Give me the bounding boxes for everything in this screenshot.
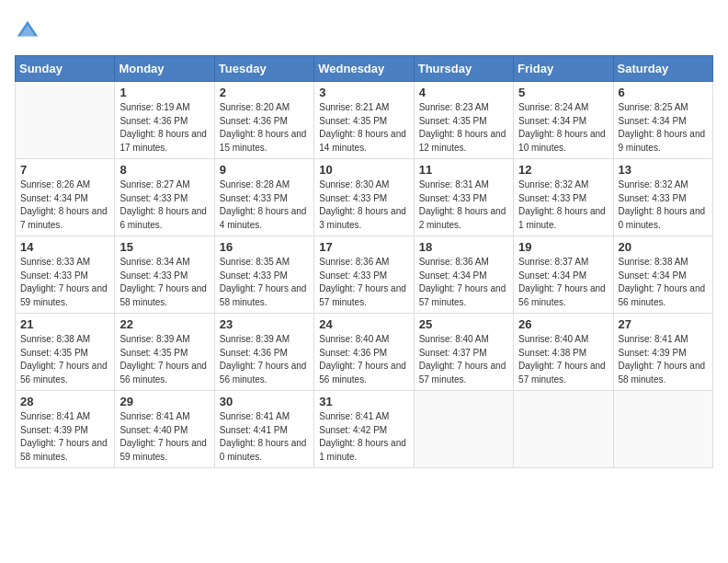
day-detail: Sunrise: 8:32 AMSunset: 4:33 PMDaylight:… <box>619 178 708 232</box>
calendar-day-cell: 25Sunrise: 8:40 AMSunset: 4:37 PMDayligh… <box>414 314 513 391</box>
calendar-day-header: Saturday <box>613 56 712 82</box>
calendar-day-cell: 28Sunrise: 8:41 AMSunset: 4:39 PMDayligh… <box>16 391 115 468</box>
day-detail: Sunrise: 8:19 AMSunset: 4:36 PMDaylight:… <box>119 101 209 155</box>
day-detail: Sunrise: 8:37 AMSunset: 4:34 PMDaylight:… <box>518 256 608 309</box>
day-detail: Sunrise: 8:32 AMSunset: 4:33 PMDaylight:… <box>518 178 608 232</box>
day-number: 17 <box>319 240 408 254</box>
calendar-day-cell: 2Sunrise: 8:20 AMSunset: 4:36 PMDaylight… <box>214 82 313 159</box>
calendar-day-cell: 26Sunrise: 8:40 AMSunset: 4:38 PMDayligh… <box>514 314 613 391</box>
day-number: 20 <box>619 240 708 254</box>
day-detail: Sunrise: 8:41 AMSunset: 4:40 PMDaylight:… <box>119 410 209 464</box>
day-number: 19 <box>518 240 608 254</box>
day-number: 6 <box>619 86 708 99</box>
calendar-day-cell: 23Sunrise: 8:39 AMSunset: 4:36 PMDayligh… <box>214 314 313 391</box>
calendar-day-header: Sunday <box>16 56 115 82</box>
day-detail: Sunrise: 8:40 AMSunset: 4:37 PMDaylight:… <box>419 333 508 386</box>
day-detail: Sunrise: 8:21 AMSunset: 4:35 PMDaylight:… <box>319 101 408 155</box>
calendar-day-cell <box>16 82 115 159</box>
day-number: 28 <box>20 395 109 408</box>
day-detail: Sunrise: 8:36 AMSunset: 4:34 PMDaylight:… <box>419 256 508 309</box>
calendar-week-row: 7Sunrise: 8:26 AMSunset: 4:34 PMDaylight… <box>16 159 713 236</box>
calendar-day-cell: 18Sunrise: 8:36 AMSunset: 4:34 PMDayligh… <box>414 236 513 314</box>
day-detail: Sunrise: 8:39 AMSunset: 4:36 PMDaylight:… <box>220 333 309 386</box>
day-number: 9 <box>220 163 309 177</box>
calendar-day-cell: 24Sunrise: 8:40 AMSunset: 4:36 PMDayligh… <box>314 314 414 391</box>
calendar-day-cell: 12Sunrise: 8:32 AMSunset: 4:33 PMDayligh… <box>514 159 613 236</box>
day-number: 3 <box>319 86 408 99</box>
day-detail: Sunrise: 8:41 AMSunset: 4:39 PMDaylight:… <box>20 410 109 464</box>
day-number: 4 <box>419 86 508 99</box>
day-detail: Sunrise: 8:30 AMSunset: 4:33 PMDaylight:… <box>319 178 408 232</box>
calendar-day-cell: 5Sunrise: 8:24 AMSunset: 4:34 PMDaylight… <box>514 82 613 159</box>
calendar-table: SundayMondayTuesdayWednesdayThursdayFrid… <box>15 55 713 468</box>
day-number: 16 <box>220 240 309 254</box>
calendar-week-row: 1Sunrise: 8:19 AMSunset: 4:36 PMDaylight… <box>16 82 713 159</box>
day-number: 11 <box>419 163 508 177</box>
calendar-day-header: Wednesday <box>314 56 414 82</box>
calendar-day-cell: 9Sunrise: 8:28 AMSunset: 4:33 PMDaylight… <box>214 159 313 236</box>
calendar-day-cell: 8Sunrise: 8:27 AMSunset: 4:33 PMDaylight… <box>115 159 214 236</box>
day-detail: Sunrise: 8:24 AMSunset: 4:34 PMDaylight:… <box>518 101 608 155</box>
day-number: 7 <box>20 163 109 177</box>
calendar-day-cell: 16Sunrise: 8:35 AMSunset: 4:33 PMDayligh… <box>214 236 313 314</box>
day-number: 31 <box>319 395 408 408</box>
day-number: 26 <box>518 317 608 331</box>
calendar-week-row: 14Sunrise: 8:33 AMSunset: 4:33 PMDayligh… <box>16 236 713 314</box>
calendar-day-cell: 21Sunrise: 8:38 AMSunset: 4:35 PMDayligh… <box>16 314 115 391</box>
day-detail: Sunrise: 8:36 AMSunset: 4:33 PMDaylight:… <box>319 256 408 309</box>
calendar-day-cell <box>514 391 613 468</box>
day-number: 1 <box>119 86 209 99</box>
calendar-day-cell: 15Sunrise: 8:34 AMSunset: 4:33 PMDayligh… <box>115 236 214 314</box>
day-detail: Sunrise: 8:26 AMSunset: 4:34 PMDaylight:… <box>20 178 109 232</box>
day-number: 15 <box>119 240 209 254</box>
day-number: 29 <box>119 395 209 408</box>
day-detail: Sunrise: 8:41 AMSunset: 4:42 PMDaylight:… <box>319 410 408 464</box>
day-number: 2 <box>220 86 309 99</box>
logo <box>15 18 44 44</box>
day-detail: Sunrise: 8:41 AMSunset: 4:41 PMDaylight:… <box>220 410 309 464</box>
calendar-day-cell: 6Sunrise: 8:25 AMSunset: 4:34 PMDaylight… <box>613 82 712 159</box>
calendar-day-cell: 7Sunrise: 8:26 AMSunset: 4:34 PMDaylight… <box>16 159 115 236</box>
day-detail: Sunrise: 8:39 AMSunset: 4:35 PMDaylight:… <box>119 333 209 386</box>
calendar-day-cell: 31Sunrise: 8:41 AMSunset: 4:42 PMDayligh… <box>314 391 414 468</box>
day-number: 10 <box>319 163 408 177</box>
calendar-day-header: Tuesday <box>214 56 313 82</box>
calendar-day-cell: 11Sunrise: 8:31 AMSunset: 4:33 PMDayligh… <box>414 159 513 236</box>
calendar-day-cell <box>414 391 513 468</box>
day-detail: Sunrise: 8:38 AMSunset: 4:34 PMDaylight:… <box>619 256 708 309</box>
day-number: 25 <box>419 317 508 331</box>
calendar-day-cell: 27Sunrise: 8:41 AMSunset: 4:39 PMDayligh… <box>613 314 712 391</box>
day-number: 8 <box>119 163 209 177</box>
day-detail: Sunrise: 8:23 AMSunset: 4:35 PMDaylight:… <box>419 101 508 155</box>
calendar-day-cell: 29Sunrise: 8:41 AMSunset: 4:40 PMDayligh… <box>115 391 214 468</box>
calendar-day-cell <box>613 391 712 468</box>
calendar-day-cell: 3Sunrise: 8:21 AMSunset: 4:35 PMDaylight… <box>314 82 414 159</box>
calendar-day-cell: 13Sunrise: 8:32 AMSunset: 4:33 PMDayligh… <box>613 159 712 236</box>
logo-icon <box>15 18 40 44</box>
day-detail: Sunrise: 8:35 AMSunset: 4:33 PMDaylight:… <box>220 256 309 309</box>
day-number: 13 <box>619 163 708 177</box>
day-detail: Sunrise: 8:41 AMSunset: 4:39 PMDaylight:… <box>619 333 708 386</box>
calendar-day-header: Thursday <box>414 56 513 82</box>
page-header <box>15 15 713 44</box>
day-number: 5 <box>518 86 608 99</box>
calendar-day-cell: 4Sunrise: 8:23 AMSunset: 4:35 PMDaylight… <box>414 82 513 159</box>
day-detail: Sunrise: 8:33 AMSunset: 4:33 PMDaylight:… <box>20 256 109 309</box>
day-detail: Sunrise: 8:40 AMSunset: 4:38 PMDaylight:… <box>518 333 608 386</box>
day-number: 14 <box>20 240 109 254</box>
day-detail: Sunrise: 8:25 AMSunset: 4:34 PMDaylight:… <box>619 101 708 155</box>
day-detail: Sunrise: 8:34 AMSunset: 4:33 PMDaylight:… <box>119 256 209 309</box>
day-number: 12 <box>518 163 608 177</box>
day-detail: Sunrise: 8:40 AMSunset: 4:36 PMDaylight:… <box>319 333 408 386</box>
calendar-day-cell: 22Sunrise: 8:39 AMSunset: 4:35 PMDayligh… <box>115 314 214 391</box>
day-number: 21 <box>20 317 109 331</box>
calendar-day-cell: 14Sunrise: 8:33 AMSunset: 4:33 PMDayligh… <box>16 236 115 314</box>
calendar-day-cell: 19Sunrise: 8:37 AMSunset: 4:34 PMDayligh… <box>514 236 613 314</box>
calendar-day-cell: 20Sunrise: 8:38 AMSunset: 4:34 PMDayligh… <box>613 236 712 314</box>
day-detail: Sunrise: 8:20 AMSunset: 4:36 PMDaylight:… <box>220 101 309 155</box>
day-number: 22 <box>119 317 209 331</box>
calendar-day-cell: 10Sunrise: 8:30 AMSunset: 4:33 PMDayligh… <box>314 159 414 236</box>
day-detail: Sunrise: 8:38 AMSunset: 4:35 PMDaylight:… <box>20 333 109 386</box>
day-number: 23 <box>220 317 309 331</box>
day-detail: Sunrise: 8:31 AMSunset: 4:33 PMDaylight:… <box>419 178 508 232</box>
